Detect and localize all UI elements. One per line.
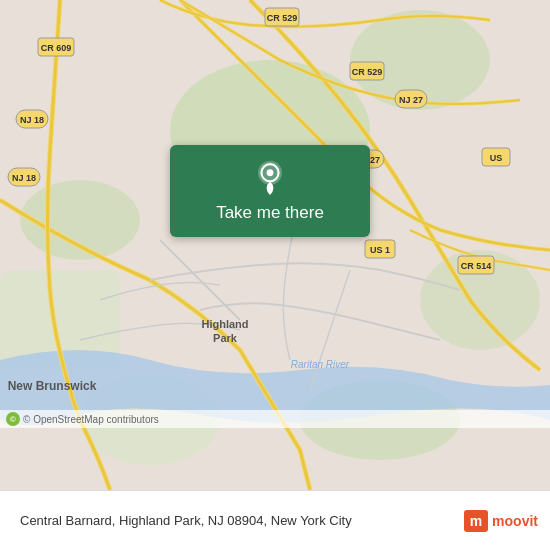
svg-text:NJ 27: NJ 27 <box>399 95 423 105</box>
svg-text:CR 529: CR 529 <box>267 13 298 23</box>
moovit-brand-text: moovit <box>492 513 538 529</box>
svg-text:NJ 18: NJ 18 <box>12 173 36 183</box>
svg-text:Highland: Highland <box>201 318 248 330</box>
svg-point-34 <box>267 169 274 176</box>
osm-logo-icon: © <box>6 412 20 426</box>
svg-text:CR 529: CR 529 <box>352 67 383 77</box>
svg-text:US: US <box>490 153 503 163</box>
copyright-text: © OpenStreetMap contributors <box>23 414 159 425</box>
location-pin-icon <box>252 159 288 195</box>
address-text: Central Barnard, Highland Park, NJ 08904… <box>20 513 352 528</box>
svg-text:NJ 18: NJ 18 <box>20 115 44 125</box>
map-container: CR 529 CR 529 NJ 27 NJ 27 CR 609 NJ 18 N… <box>0 0 550 490</box>
svg-text:US 1: US 1 <box>370 245 390 255</box>
button-label: Take me there <box>216 203 324 223</box>
bottom-left-section: Central Barnard, Highland Park, NJ 08904… <box>12 513 360 528</box>
svg-text:Raritan River: Raritan River <box>291 359 350 370</box>
svg-text:Park: Park <box>213 332 238 344</box>
svg-text:CR 609: CR 609 <box>41 43 72 53</box>
bottom-bar: Central Barnard, Highland Park, NJ 08904… <box>0 490 550 550</box>
take-me-there-button[interactable]: Take me there <box>170 145 370 237</box>
copyright-row: © © OpenStreetMap contributors <box>0 410 550 428</box>
button-overlay: Take me there <box>170 145 370 237</box>
moovit-logo: m moovit <box>464 510 538 532</box>
svg-text:CR 514: CR 514 <box>461 261 492 271</box>
moovit-m-icon: m <box>464 510 488 532</box>
svg-text:New Brunswick: New Brunswick <box>8 379 97 393</box>
